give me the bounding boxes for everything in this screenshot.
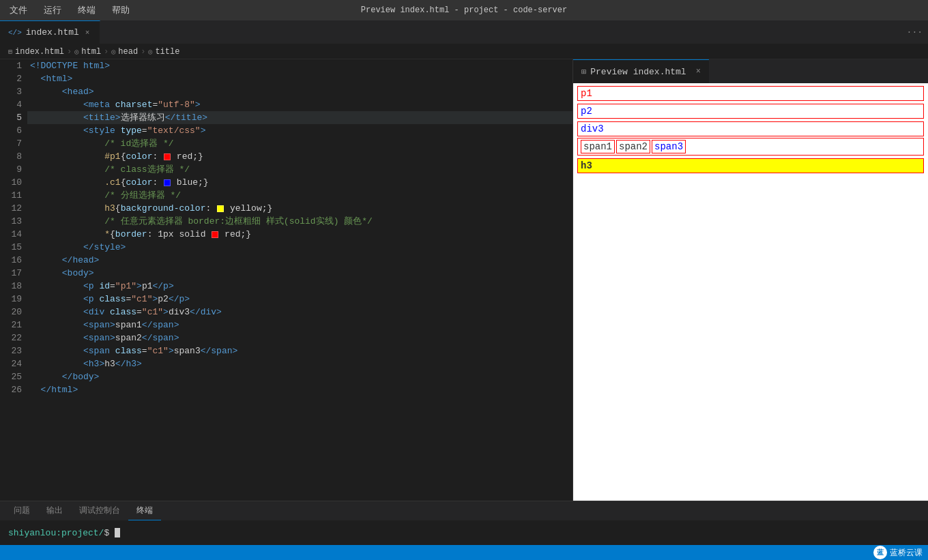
tab-debug-console[interactable]: 调试控制台 (71, 501, 128, 520)
breadcrumb-html-icon: ◎ (74, 48, 78, 56)
preview-h3: h3 (577, 158, 924, 173)
table-row: 19 <p class="c1">p2</p> (0, 293, 572, 306)
preview-content: p1 p2 div3 span1 span2 span3 h3 (573, 83, 928, 501)
bottom-panel: 问题 输出 调试控制台 终端 shiyanlou:project/ $ (0, 501, 928, 545)
table-row: 17 <body> (0, 267, 572, 280)
line-code-19: <p class="c1">p2</p> (27, 293, 572, 306)
editor-content[interactable]: 1 <!DOCTYPE html> 2 <html> 3 <head> 4 (0, 59, 572, 501)
window-title: Preview index.html - project - code-serv… (361, 5, 567, 15)
table-row: 22 <span>span2</span> (0, 331, 572, 344)
terminal-cursor-area: $ (104, 528, 120, 538)
line-num-11: 11 (0, 189, 27, 202)
line-code-12: h3{background-color: yellow;} (27, 202, 572, 215)
line-num-2: 2 (0, 72, 27, 85)
preview-tab-bar: ⊞ Preview index.html × (573, 59, 928, 83)
table-row: 21 <span>span1</span> (0, 319, 572, 331)
table-row: 7 /* id选择器 */ (0, 137, 572, 150)
terminal-content[interactable]: shiyanlou:project/ $ (0, 520, 928, 545)
line-num-10: 10 (0, 176, 27, 189)
menu-run[interactable]: 运行 (41, 3, 64, 18)
menu-file[interactable]: 文件 (7, 3, 30, 18)
breadcrumb-index[interactable]: index.html (15, 47, 64, 57)
preview-span2: span2 (616, 140, 650, 153)
line-num-12: 12 (0, 202, 27, 215)
menu-help[interactable]: 帮助 (109, 3, 132, 18)
line-code-23: <span class="c1">span3</span> (27, 344, 572, 357)
line-num-13: 13 (0, 215, 27, 228)
line-num-24: 24 (0, 357, 27, 370)
table-row: 26 </html> (0, 383, 572, 396)
line-code-7: /* id选择器 */ (27, 137, 572, 150)
line-code-21: <span>span1</span> (27, 319, 572, 331)
menu-bar: 文件 运行 终端 帮助 Preview index.html - project… (0, 0, 928, 20)
line-num-14: 14 (0, 228, 27, 241)
menu-terminal[interactable]: 终端 (75, 3, 98, 18)
preview-tab-icon: ⊞ (581, 67, 586, 77)
line-num-18: 18 (0, 280, 27, 293)
table-row: 23 <span class="c1">span3</span> (0, 344, 572, 357)
preview-span3: span3 (652, 140, 686, 153)
tab-problems[interactable]: 问题 (5, 501, 38, 520)
terminal-prompt: shiyanlou:project/ (8, 528, 104, 538)
line-num-25: 25 (0, 370, 27, 383)
line-code-6: <style type="text/css"> (27, 124, 572, 137)
tab-output[interactable]: 输出 (38, 501, 71, 520)
table-row: 9 /* class选择器 */ (0, 163, 572, 176)
line-code-4: <meta charset="utf-8"> (27, 98, 572, 111)
line-code-24: <h3>h3</h3> (27, 357, 572, 370)
terminal-dollar: $ (104, 528, 109, 538)
preview-panel: ⊞ Preview index.html × p1 p2 div3 span1 … (573, 59, 928, 501)
status-right: 蓝 蓝桥云课 (873, 546, 923, 559)
line-num-1: 1 (0, 59, 27, 72)
line-num-16: 16 (0, 254, 27, 267)
line-num-4: 4 (0, 98, 27, 111)
line-num-22: 22 (0, 331, 27, 344)
line-code-10: .c1{color: blue;} (27, 176, 572, 189)
line-num-8: 8 (0, 150, 27, 163)
breadcrumb: ⊞ index.html › ◎ html › ◎ head › ◎ title (0, 44, 928, 59)
breadcrumb-title[interactable]: title (155, 47, 179, 57)
line-num-23: 23 (0, 344, 27, 357)
table-row: 18 <p id="p1">p1</p> (0, 280, 572, 293)
line-num-19: 19 (0, 293, 27, 306)
breadcrumb-head[interactable]: head (118, 47, 138, 57)
watermark-icon: 蓝 (873, 546, 887, 559)
line-code-25: </body> (27, 370, 572, 383)
table-row: 14 *{border: 1px solid red;} (0, 228, 572, 241)
table-row: 4 <meta charset="utf-8"> (0, 98, 572, 111)
table-row: 3 <head> (0, 85, 572, 98)
table-row: 16 </head> (0, 254, 572, 267)
table-row: 12 h3{background-color: yellow;} (0, 202, 572, 215)
table-row: 5 <title>选择器练习</title> (0, 111, 572, 124)
editor-panel: 1 <!DOCTYPE html> 2 <html> 3 <head> 4 (0, 59, 573, 501)
tab-more[interactable]: ··· (901, 20, 928, 44)
breadcrumb-html[interactable]: html (81, 47, 101, 57)
line-code-9: /* class选择器 */ (27, 163, 572, 176)
line-code-13: /* 任意元素选择器 border:边框粗细 样式(solid实线) 颜色*/ (27, 215, 572, 228)
line-num-9: 9 (0, 163, 27, 176)
breadcrumb-head-icon: ◎ (111, 48, 115, 56)
line-code-22: <span>span2</span> (27, 331, 572, 344)
line-num-3: 3 (0, 85, 27, 98)
editor-tab-close[interactable]: × (83, 27, 92, 38)
line-num-20: 20 (0, 306, 27, 319)
terminal-cursor (115, 528, 120, 537)
line-code-14: *{border: 1px solid red;} (27, 228, 572, 241)
preview-tab-close[interactable]: × (696, 67, 701, 76)
preview-span1: span1 (581, 140, 615, 153)
preview-tab[interactable]: ⊞ Preview index.html × (573, 59, 709, 83)
line-code-3: <head> (27, 85, 572, 98)
tab-bar: </> index.html × ··· (0, 20, 928, 44)
breadcrumb-file-icon: ⊞ (8, 48, 12, 56)
watermark: 蓝 蓝桥云课 (873, 546, 923, 559)
preview-tab-label: Preview index.html (590, 67, 686, 77)
tab-terminal[interactable]: 终端 (128, 501, 161, 520)
watermark-text: 蓝桥云课 (890, 547, 923, 559)
line-code-16: </head> (27, 254, 572, 267)
editor-tab[interactable]: </> index.html × (0, 20, 100, 44)
line-code-2: <html> (27, 72, 572, 85)
line-num-7: 7 (0, 137, 27, 150)
preview-div3: div3 (577, 121, 924, 136)
line-num-6: 6 (0, 124, 27, 137)
preview-p2: p2 (577, 104, 924, 119)
